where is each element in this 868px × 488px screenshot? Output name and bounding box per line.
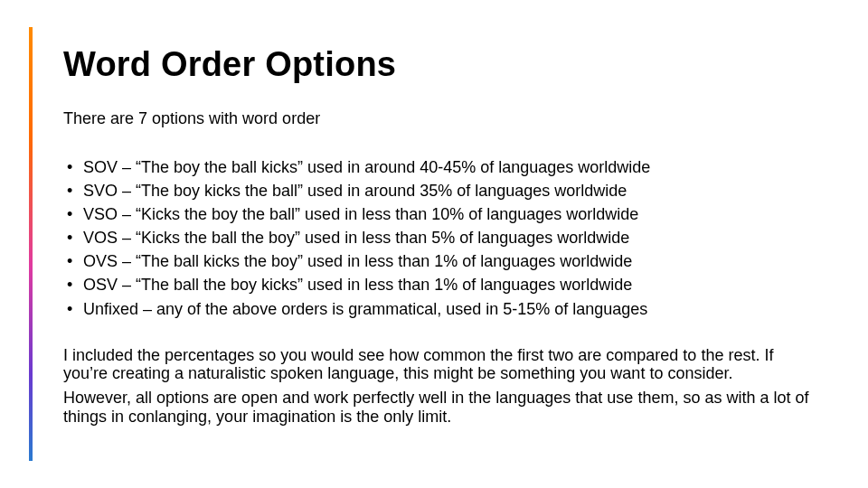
word-order-list: SOV – “The boy the ball kicks” used in a…	[63, 155, 823, 321]
list-item: OSV – “The ball the boy kicks” used in l…	[63, 273, 823, 296]
intro-text: There are 7 options with word order	[63, 109, 823, 128]
list-item: Unfixed – any of the above orders is gra…	[63, 297, 823, 321]
list-item: VOS – “Kicks the ball the boy” used in l…	[63, 226, 823, 249]
slide: Word Order Options There are 7 options w…	[0, 0, 868, 488]
list-item: OVS – “The ball kicks the boy” used in l…	[63, 249, 823, 273]
slide-content: Word Order Options There are 7 options w…	[63, 45, 823, 431]
accent-bar	[29, 27, 33, 461]
slide-title: Word Order Options	[63, 45, 823, 84]
paragraph-1: I included the percentages so you would …	[63, 346, 814, 383]
list-item: SOV – “The boy the ball kicks” used in a…	[63, 155, 823, 179]
paragraph-2: However, all options are open and work p…	[63, 389, 814, 426]
list-item: VSO – “Kicks the boy the ball” used in l…	[63, 202, 823, 226]
list-item: SVO – “The boy kicks the ball” used in a…	[63, 179, 823, 202]
